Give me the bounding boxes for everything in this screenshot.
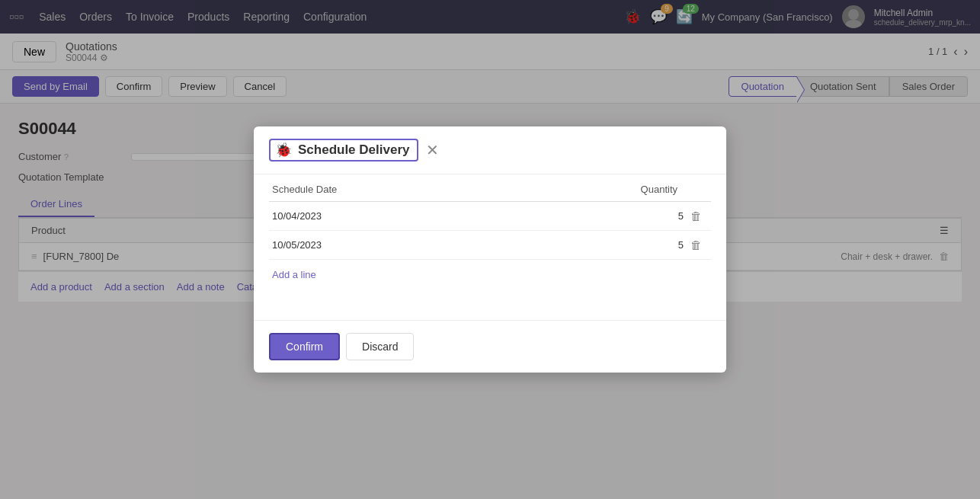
modal-title: Schedule Delivery — [298, 142, 409, 158]
modal-header: 🐞 Schedule Delivery ✕ — [254, 126, 726, 174]
schedule-date-col-header: Schedule Date — [272, 184, 543, 195]
schedule-date-1[interactable]: 10/05/2023 — [272, 239, 546, 251]
modal-row-0: 10/04/2023 5 🗑 — [269, 202, 711, 231]
quantity-1[interactable]: 5 — [546, 239, 684, 251]
modal-row-1: 10/05/2023 5 🗑 — [269, 231, 711, 260]
delete-row-1-icon[interactable]: 🗑 — [684, 238, 708, 251]
modal-confirm-button[interactable]: Confirm — [269, 333, 340, 360]
quantity-col-header: Quantity — [543, 184, 677, 195]
schedule-date-0[interactable]: 10/04/2023 — [272, 210, 546, 222]
modal-discard-button[interactable]: Discard — [346, 333, 414, 360]
add-line-button[interactable]: Add a line — [269, 260, 711, 289]
modal-title-highlight: 🐞 Schedule Delivery — [269, 139, 418, 162]
modal-bug-icon: 🐞 — [275, 142, 292, 158]
modal-spacer — [269, 289, 711, 320]
modal-body: Schedule Date Quantity 10/04/2023 5 🗑 10… — [254, 174, 726, 320]
modal-table-header: Schedule Date Quantity — [269, 174, 711, 202]
quantity-0[interactable]: 5 — [546, 210, 684, 222]
modal-overlay[interactable]: 🐞 Schedule Delivery ✕ Schedule Date Quan… — [0, 0, 980, 408]
modal-footer: Confirm Discard — [254, 320, 726, 373]
modal-close-button[interactable]: ✕ — [426, 141, 439, 159]
delete-row-0-icon[interactable]: 🗑 — [684, 210, 708, 222]
schedule-delivery-modal: 🐞 Schedule Delivery ✕ Schedule Date Quan… — [254, 126, 726, 373]
